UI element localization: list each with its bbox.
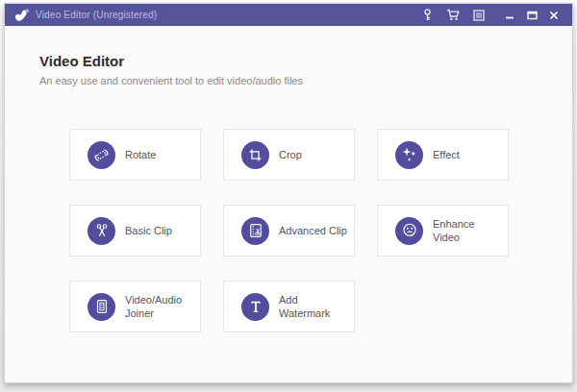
titlebar-tool-icons	[420, 9, 486, 22]
tool-card-add-watermark[interactable]: Add Watermark	[223, 281, 355, 332]
film-strip-icon	[88, 293, 115, 321]
tool-card-advanced-clip[interactable]: Advanced Clip	[223, 205, 355, 257]
tool-card-enhance-video[interactable]: Enhance Video	[377, 205, 509, 257]
tool-card-label: Enhance Video	[433, 217, 500, 245]
text-t-icon	[241, 293, 269, 321]
minimize-button[interactable]	[503, 9, 516, 22]
crop-icon	[241, 141, 269, 169]
tool-card-label: Add Watermark	[279, 293, 346, 321]
rotate-icon	[88, 141, 115, 169]
app-window: Video Editor (Unregistered)	[4, 3, 573, 383]
tool-card-basic-clip[interactable]: Basic Clip	[69, 205, 201, 257]
tool-card-effect[interactable]: Effect	[377, 129, 509, 181]
tool-card-crop[interactable]: Crop	[223, 129, 355, 181]
key-icon[interactable]	[420, 9, 434, 22]
window-controls	[503, 9, 561, 22]
tool-grid: Rotate Crop Effect	[69, 129, 572, 332]
tool-card-video-audio-joiner[interactable]: Video/Audio Joiner	[69, 281, 201, 332]
cart-icon[interactable]	[446, 9, 460, 22]
maximize-button[interactable]	[525, 9, 539, 22]
scissors-icon	[88, 217, 115, 245]
window-title: Video Editor (Unregistered)	[36, 10, 157, 20]
close-button[interactable]	[547, 9, 561, 22]
app-logo-icon	[13, 7, 30, 23]
tool-card-rotate[interactable]: Rotate	[69, 129, 201, 181]
page-subtitle: An easy use and convenient tool to edit …	[39, 75, 572, 86]
sparkles-icon	[395, 141, 423, 169]
tool-card-label: Rotate	[125, 148, 156, 161]
tool-card-label: Crop	[279, 148, 302, 161]
main-content: Video Editor An easy use and convenient …	[5, 26, 572, 382]
page-title: Video Editor	[39, 53, 572, 69]
title-bar: Video Editor (Unregistered)	[5, 4, 572, 26]
film-reel-icon	[395, 217, 423, 245]
menu-icon[interactable]	[472, 9, 486, 22]
tool-card-label: Basic Clip	[125, 224, 172, 237]
tool-card-label: Video/Audio Joiner	[125, 293, 192, 321]
tool-card-label: Effect	[433, 148, 460, 161]
tool-card-label: Advanced Clip	[279, 224, 347, 237]
film-scissors-icon	[241, 217, 269, 245]
